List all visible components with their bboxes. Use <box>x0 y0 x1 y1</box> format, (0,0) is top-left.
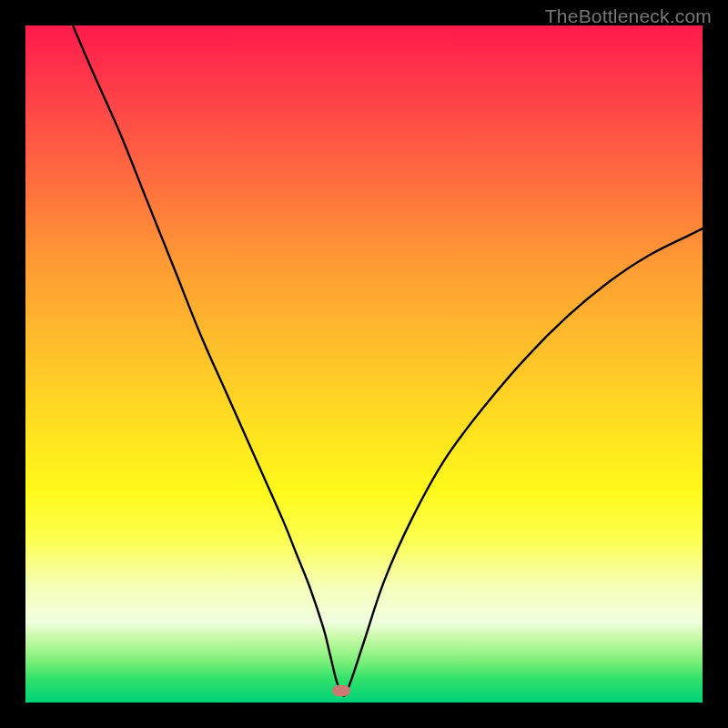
chart-frame: TheBottleneck.com <box>0 0 728 728</box>
plot-area <box>25 25 703 703</box>
optimal-point-marker <box>332 685 350 696</box>
watermark-text: TheBottleneck.com <box>545 5 712 27</box>
bottleneck-curve <box>25 25 703 703</box>
curve-path <box>73 25 703 696</box>
